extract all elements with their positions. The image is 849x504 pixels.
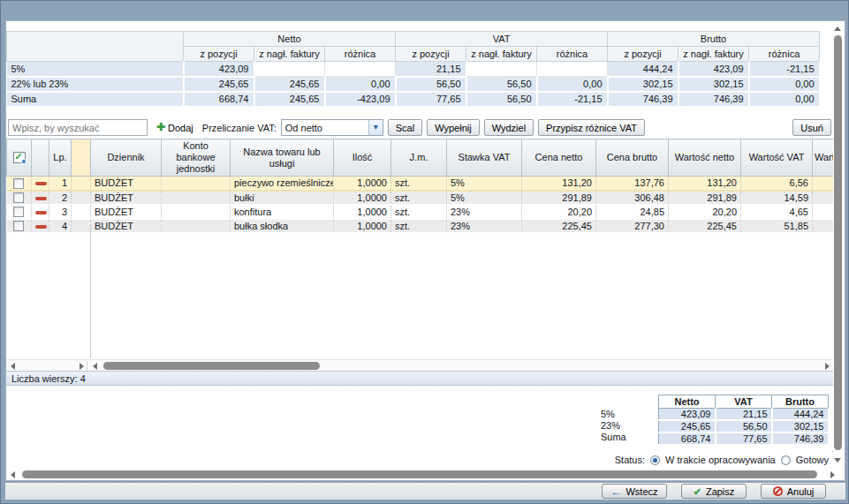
cell-konto [162,177,231,191]
value-cell: 668,74 [184,92,254,107]
radio-ready[interactable] [781,455,791,465]
vat-calc-select[interactable]: Od netto ▾ [281,119,383,136]
col-header-stawka-vat[interactable]: Stawka VAT [447,139,522,177]
totals-cell: 746,39 [772,433,829,445]
assign-vat-differences-button[interactable]: Przypisz różnice VAT [538,119,645,136]
totals-cell: 56,50 [716,420,772,433]
cell-cena-netto: 131,20 [522,177,596,191]
value-cell: -21,15 [537,92,608,107]
col-header-cena-netto[interactable]: Cena netto [522,139,596,177]
cell-marker [72,205,91,219]
row-remove-cell[interactable] [32,205,49,219]
hscroll-thumb[interactable] [103,362,320,370]
info-dot-icon [21,159,27,164]
checkbox[interactable] [13,221,24,231]
col-header-wartosc-vat[interactable]: Wartość VAT [741,139,813,177]
item-row-3[interactable]: 3 BUDŻET konfitura 1,0000 szt. 23% 20,20… [7,205,834,219]
subheader: różnica [325,47,396,62]
footer-bar: ← Wstecz ✔ Zapisz Anuluj [5,482,845,500]
radio-in-progress-label[interactable]: W trakcie opracowywania [665,455,776,465]
main-vscrollbar[interactable] [833,24,843,465]
minus-icon[interactable] [35,197,47,200]
col-header-wartosc-netto[interactable]: Wartość netto [669,139,741,177]
vat-row-22-23[interactable]: 22% lub 23% 245,65 245,65 0,00 56,50 56,… [7,77,820,92]
cell-cena-brutto: 277,30 [596,219,669,233]
radio-in-progress[interactable] [650,455,660,465]
vat-row-suma[interactable]: Suma 668,74 245,65 -423,09 77,65 56,50 -… [7,92,820,107]
value-cell: 245,65 [254,92,325,107]
value-cell: 423,09 [184,62,254,77]
vat-row-5[interactable]: 5% 423,09 21,15 444,24 423,09 -21,15 [7,62,820,77]
items-hscrollbar[interactable] [91,361,831,371]
checkbox[interactable] [13,178,24,189]
frozen-columns-hscrollbar[interactable] [8,361,87,371]
scroll-up-icon[interactable] [834,26,841,31]
delete-button[interactable]: Usuń [792,119,831,136]
chevron-down-icon: ▾ [368,120,383,135]
vscroll-thumb[interactable] [834,35,842,450]
scroll-right-icon[interactable] [825,363,830,370]
item-row-4[interactable]: 4 BUDŻET bułka słodka 1,0000 szt. 23% 22… [7,219,834,233]
row-checkbox-cell[interactable] [7,191,32,205]
subheader: z pozycji [396,47,466,62]
col-header-nazwa[interactable]: Nazwa towaru lub usługi [231,139,334,177]
cell-wartosc-brutto [813,219,834,233]
back-button[interactable]: ← Wstecz [602,484,667,499]
value-cell: 77,65 [396,92,466,107]
minus-icon[interactable] [35,211,47,214]
minus-icon[interactable] [35,225,47,229]
hscroll-thumb[interactable] [22,470,817,478]
row-remove-cell[interactable] [32,177,49,191]
cancel-button[interactable]: Anuluj [761,484,826,499]
cell-stawka: 23% [447,219,522,233]
item-row-2[interactable]: 2 BUDŻET bułki 1,0000 szt. 5% 291,89 306… [7,191,834,205]
cell-dziennik: BUDŻET [91,219,162,233]
split-button[interactable]: Wydziel [484,119,534,136]
cell-cena-netto: 225,45 [522,219,596,233]
col-header-dziennik[interactable]: Dziennik [91,139,162,177]
cell-lp: 2 [49,191,72,205]
subheader: z pozycji [608,47,678,62]
cell-lp: 3 [49,205,72,219]
minus-icon[interactable] [35,182,47,185]
row-checkbox-cell[interactable] [7,177,32,191]
radio-ready-label[interactable]: Gotowy [796,455,829,465]
select-all-header[interactable]: ✓ [7,139,32,177]
col-header-lp[interactable]: Lp. [49,139,72,177]
col-header-wartosc-brutto[interactable]: Wartość brutto [813,139,834,177]
group-header-vat: VAT [396,32,608,47]
scroll-left-icon[interactable] [11,363,15,370]
totals-header-netto: Netto [659,395,716,409]
add-button[interactable]: ✚ Dodaj [152,119,198,136]
save-button[interactable]: ✔ Zapisz [681,484,747,499]
col-header-cena-brutto[interactable]: Cena brutto [596,139,669,177]
select-all-icon[interactable]: ✓ [13,152,26,163]
window-content: Netto VAT Brutto z pozycji z nagł. faktu… [5,20,845,481]
col-header-jm[interactable]: J.m. [391,139,447,177]
scroll-left-icon[interactable] [93,363,97,370]
checkbox[interactable] [13,192,24,203]
scroll-right-icon[interactable] [830,471,835,478]
col-header-konto[interactable]: Konto bankowe jednostki [162,139,231,177]
totals-header-vat: VAT [716,395,772,409]
col-header-ilosc[interactable]: Ilość [334,139,391,177]
search-input[interactable] [8,119,148,136]
fill-button[interactable]: Wypełnij [427,119,479,136]
col-header-marker[interactable] [72,139,91,177]
summary-label-suma: Suma [601,432,654,443]
cancel-button-label: Anuluj [787,486,815,497]
scroll-down-icon[interactable] [834,458,841,463]
vat-invoice-window: Netto VAT Brutto z pozycji z nagł. faktu… [0,0,849,504]
bottom-hscrollbar[interactable] [8,470,835,480]
merge-button[interactable]: Scal [388,119,422,136]
summary-label-23: 23% [601,420,654,432]
row-remove-cell[interactable] [32,191,49,205]
checkbox[interactable] [13,207,24,217]
scroll-right-icon[interactable] [80,363,84,370]
scroll-left-icon[interactable] [11,471,15,478]
row-checkbox-cell[interactable] [7,205,32,219]
item-row-1[interactable]: 1 BUDŻET pieczywo rzemieślnicze 1,0000 s… [7,177,834,191]
row-remove-cell[interactable] [32,219,49,233]
subheader: z nagł. faktury [678,47,749,62]
row-checkbox-cell[interactable] [7,219,32,233]
